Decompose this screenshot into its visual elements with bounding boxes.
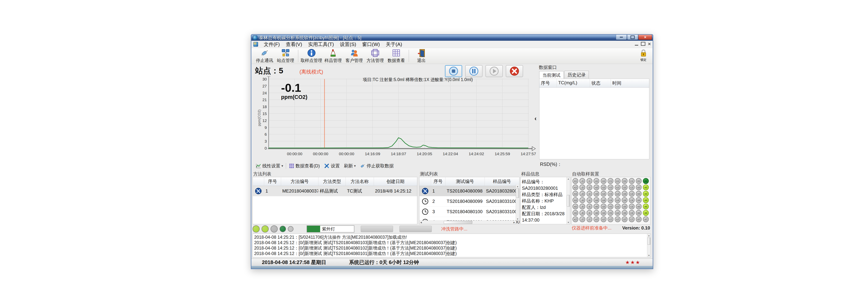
table-row[interactable]: 1TS201804080098SA201803280001 — [420, 186, 519, 196]
vial-H7[interactable]: H7 — [593, 216, 599, 222]
column-header[interactable]: TC(mg/L) — [557, 79, 590, 88]
log-vscrollbar[interactable]: ▲ ▼ — [647, 234, 651, 257]
vial-D1[interactable]: D1 — [622, 178, 627, 184]
scrollbar-thumb[interactable] — [444, 221, 472, 224]
vial-F1[interactable]: F1 — [608, 178, 613, 184]
scroll-down-icon[interactable]: ▼ — [567, 221, 570, 224]
vial-D6[interactable]: D6 — [622, 210, 627, 216]
close-chart-button[interactable] — [506, 65, 523, 77]
vial-I5[interactable]: I5 — [587, 204, 592, 209]
vial-F4[interactable]: F4 — [608, 197, 613, 203]
vial-J2[interactable]: J2 — [580, 184, 585, 190]
sample-info-vscrollbar[interactable]: ▲ ▼ — [566, 177, 570, 224]
vial-J7[interactable]: J7 — [580, 216, 585, 222]
vial-A7[interactable]: A7 — [643, 216, 649, 222]
vial-C6[interactable]: C6 — [629, 210, 634, 216]
vial-B1[interactable]: B1 — [636, 178, 642, 184]
site-manage-button[interactable]: 站点管理 — [275, 48, 296, 63]
vial-K7[interactable]: K7 — [572, 216, 578, 222]
table-row[interactable]: 1ME201804080037样品测试TC测试2018/4/8 14:25:12 — [253, 186, 417, 196]
vial-D3[interactable]: D3 — [622, 191, 627, 197]
scrollbar-thumb[interactable] — [516, 189, 519, 198]
vial-B3[interactable]: B3 — [636, 191, 642, 197]
vial-C2[interactable]: C2 — [629, 184, 634, 190]
scroll-down-icon[interactable]: ▼ — [516, 217, 519, 221]
menu-about[interactable]: 关于(A) — [383, 40, 405, 48]
scroll-up-icon[interactable]: ▲ — [516, 184, 519, 188]
vial-B2[interactable]: B2 — [636, 184, 642, 190]
vial-I7[interactable]: I7 — [587, 216, 592, 222]
customer-manage-button[interactable]: 客户管理 — [344, 48, 364, 63]
vial-E5[interactable]: E5 — [615, 204, 621, 209]
column-header[interactable]: 状态 — [590, 79, 611, 88]
vial-G6[interactable]: G6 — [601, 210, 607, 216]
vial-B6[interactable]: B6 — [636, 210, 642, 216]
vial-C4[interactable]: C4 — [629, 197, 634, 203]
data-view-chart-button[interactable]: 数据查看(D) — [287, 163, 321, 169]
vial-D5[interactable]: D5 — [622, 204, 627, 209]
vial-A3[interactable]: A3 — [643, 191, 649, 197]
sampling-point-manage-button[interactable]: 取样点管理 — [301, 48, 322, 63]
vial-J3[interactable]: J3 — [580, 191, 585, 197]
column-header[interactable]: 序号 — [539, 79, 557, 88]
column-header[interactable]: 创建日期 — [374, 177, 417, 186]
vial-G7[interactable]: G7 — [601, 216, 607, 222]
column-header[interactable]: 序号 — [431, 177, 445, 186]
column-header[interactable]: 方法名称 — [346, 177, 374, 186]
vial-K1[interactable]: K1 — [572, 178, 578, 184]
vial-E3[interactable]: E3 — [615, 191, 621, 197]
vial-H6[interactable]: H6 — [593, 210, 599, 216]
method-manage-button[interactable]: 方法管理 — [365, 48, 385, 63]
pause-button[interactable] — [465, 65, 483, 77]
vial-G5[interactable]: G5 — [601, 204, 607, 209]
column-header[interactable]: 样品编号 — [485, 177, 519, 186]
vial-I6[interactable]: I6 — [587, 210, 592, 216]
vial-E1[interactable]: E1 — [615, 178, 621, 184]
stop-comm-button[interactable]: 停止通讯 — [254, 48, 275, 63]
vial-K3[interactable]: K3 — [572, 191, 578, 197]
vial-F2[interactable]: F2 — [608, 184, 613, 190]
menu-window[interactable]: 窗口(W) — [359, 40, 383, 48]
menu-file[interactable]: 文件(F) — [261, 40, 283, 48]
menu-tools[interactable]: 实用工具(T) — [305, 40, 337, 48]
vial-I1[interactable]: I1 — [587, 178, 592, 184]
vial-G3[interactable]: G3 — [601, 191, 607, 197]
vial-G4[interactable]: G4 — [601, 197, 607, 203]
scrollbar-thumb[interactable] — [647, 238, 650, 245]
scroll-right-icon[interactable]: ▶ — [513, 221, 516, 224]
exit-button[interactable]: 退出 — [411, 48, 432, 63]
close-button[interactable]: × — [639, 35, 652, 40]
vial-D7[interactable]: D7 — [622, 216, 627, 222]
vial-C1[interactable]: C1 — [629, 178, 634, 184]
vial-I4[interactable]: I4 — [587, 197, 592, 203]
vial-C7[interactable]: C7 — [629, 216, 634, 222]
scroll-left-icon[interactable]: ◀ — [420, 221, 423, 224]
vial-F3[interactable]: F3 — [608, 191, 613, 197]
vial-I3[interactable]: I3 — [587, 191, 592, 197]
scroll-up-icon[interactable]: ▲ — [567, 177, 570, 180]
vial-C3[interactable]: C3 — [629, 191, 634, 197]
vial-B7[interactable]: B7 — [636, 216, 642, 222]
vial-D4[interactable]: D4 — [622, 197, 627, 203]
menu-settings[interactable]: 设置(S) — [337, 40, 359, 48]
vial-J1[interactable]: J1 — [580, 178, 585, 184]
vial-A2[interactable]: A2 — [643, 184, 649, 190]
test-list-vscrollbar[interactable]: ▲ ▼ — [516, 184, 519, 221]
tab-history[interactable]: 历史记录 — [564, 71, 589, 79]
vial-E2[interactable]: E2 — [615, 184, 621, 190]
test-list-hscrollbar[interactable]: ◀ ▶ — [420, 221, 516, 224]
column-header[interactable]: 测试编号 — [445, 177, 485, 186]
vial-E7[interactable]: E7 — [615, 216, 621, 222]
vial-K5[interactable]: K5 — [572, 204, 578, 209]
column-header[interactable]: 时间 — [611, 79, 649, 88]
column-header[interactable]: 方法编号 — [281, 177, 319, 186]
linear-settings-button[interactable]: 线性设置 ▾ — [254, 163, 285, 169]
vial-E6[interactable]: E6 — [615, 210, 621, 216]
vial-K4[interactable]: K4 — [572, 197, 578, 203]
stop-data-fetch-button[interactable]: 停止获取数据 — [358, 163, 395, 169]
vial-A1[interactable]: A1 — [643, 178, 649, 184]
vial-F5[interactable]: F5 — [608, 204, 613, 209]
vial-K6[interactable]: K6 — [572, 210, 578, 216]
tab-current-test[interactable]: 当前测试 — [539, 71, 564, 79]
vial-F6[interactable]: F6 — [608, 210, 613, 216]
